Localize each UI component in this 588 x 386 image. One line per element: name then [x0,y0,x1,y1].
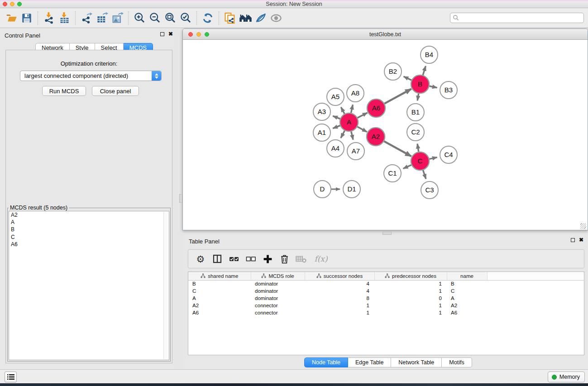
zoom-out-icon[interactable] [147,10,163,26]
graph-edge-A-A7[interactable] [351,131,353,139]
table-row[interactable]: A2connector11A2 [188,302,584,309]
cell-successor-nodes[interactable]: 4 [305,280,374,287]
unselect-all-icon[interactable] [244,252,258,266]
graph-node-A3[interactable]: A3 [313,103,330,120]
graph-node-A1[interactable]: A1 [313,124,330,141]
graph-edge-B-B2[interactable] [404,76,411,80]
cell-predecessor-nodes[interactable]: 1 [374,280,447,287]
zoom-in-icon[interactable] [132,10,147,26]
graph-edge-C-C1[interactable] [403,165,411,169]
float-panel-icon[interactable] [160,32,164,36]
cell-shared-name[interactable]: C [188,287,251,295]
close-table-panel-icon[interactable]: ✖ [579,238,583,242]
create-column-icon[interactable] [261,252,274,266]
home-icon[interactable] [238,10,253,26]
cell-MCDS-role[interactable]: dominator [251,280,305,287]
table-row[interactable]: Cdominator41C [188,287,584,295]
delete-column-icon[interactable] [277,252,291,266]
result-scrollbar[interactable] [163,212,168,359]
graph-node-D1[interactable]: D1 [343,181,360,198]
table-row[interactable]: A6connector11A6 [188,309,584,316]
tab-network-table[interactable]: Network Table [391,357,442,367]
graph-edge-A-A5[interactable] [341,107,344,114]
cell-successor-nodes[interactable]: 1 [305,309,374,316]
graph-node-C2[interactable]: C2 [407,124,424,141]
cell-shared-name[interactable]: A6 [188,309,251,316]
graph-edge-C-C2[interactable] [417,144,419,152]
mcds-result-item[interactable]: A [9,219,169,226]
cell-name[interactable]: A2 [447,302,487,309]
graph-node-B1[interactable]: B1 [407,104,424,121]
export-network-icon[interactable] [79,10,94,26]
graph-node-B3[interactable]: B3 [440,81,457,99]
cell-predecessor-nodes[interactable]: 1 [374,287,447,295]
cell-name[interactable]: A6 [447,309,487,316]
show-graphics-details-icon[interactable] [268,10,284,26]
graph-edge-A-A4[interactable] [341,131,345,138]
graph-node-A2[interactable]: A2 [367,128,385,146]
graph-node-A8[interactable]: A8 [347,85,364,102]
cell-MCDS-role[interactable]: connector [251,302,305,309]
cell-MCDS-role[interactable]: dominator [251,287,305,295]
window-resize-grip[interactable] [580,223,586,229]
node-table[interactable]: shared nameMCDS rolesuccessor nodesprede… [188,272,584,355]
splitter-handle-horizontal[interactable] [382,232,392,235]
cell-shared-name[interactable]: B [188,280,251,287]
mcds-result-item[interactable]: B [9,226,169,233]
cell-shared-name[interactable]: A2 [188,302,251,309]
graph-node-C3[interactable]: C3 [421,181,438,199]
graph-node-A7[interactable]: A7 [347,143,364,160]
import-network-icon[interactable] [41,10,57,26]
cell-name[interactable]: A [447,295,487,302]
show-columns-icon[interactable] [210,252,224,266]
column-header-successor-nodes[interactable]: successor nodes [305,272,374,280]
cell-successor-nodes[interactable]: 4 [305,287,374,295]
mcds-result-list[interactable]: A2ABCA6 [9,211,169,360]
graph-node-C[interactable]: C [411,152,429,170]
graph-node-B4[interactable]: B4 [421,46,438,63]
graph-node-A4[interactable]: A4 [327,140,344,157]
select-all-icon[interactable] [227,252,241,266]
cell-predecessor-nodes[interactable]: 1 [374,309,447,316]
column-header-name[interactable]: name [447,272,487,280]
zoom-fit-icon[interactable] [163,10,178,26]
delete-table-icon[interactable] [294,252,308,266]
tab-edge-table[interactable]: Edge Table [348,357,391,367]
table-row[interactable]: Bdominator41B [188,280,584,287]
export-image-icon[interactable] [110,10,125,26]
clone-network-icon[interactable] [222,10,238,26]
graph-edge-B-B1[interactable] [417,94,419,101]
table-options-gear-icon[interactable]: ⚙ [194,252,207,266]
open-session-icon[interactable] [4,10,19,26]
run-mcds-button[interactable]: Run MCDS [42,86,86,96]
network-window-titlebar[interactable]: testGlobe.txt [183,29,588,40]
column-header-predecessor-nodes[interactable]: predecessor nodes [374,272,447,280]
column-header-MCDS-role[interactable]: MCDS role [251,272,305,280]
search-input[interactable] [450,13,584,23]
graph-edge-C-C3[interactable] [423,170,426,179]
import-table-icon[interactable] [57,10,72,26]
tab-node-table[interactable]: Node Table [304,357,348,367]
export-table-icon[interactable] [94,10,110,26]
graph-edge-A6-B[interactable] [384,89,411,104]
save-session-icon[interactable] [19,10,34,26]
task-history-button[interactable] [5,372,17,382]
cell-MCDS-role[interactable]: connector [251,309,305,316]
cell-name[interactable]: C [447,287,487,295]
mcds-result-item[interactable]: C [9,234,169,241]
network-graph[interactable]: B4B2BB3A8A5A6A3B1AC2A1A2A4A7C4CC1C3DD1 [183,40,588,230]
graph-node-C4[interactable]: C4 [440,146,457,163]
mcds-result-item[interactable]: A2 [9,211,169,219]
zoom-selected-icon[interactable] [178,10,193,26]
criterion-select[interactable]: largest connected component (directed) [20,71,162,81]
function-builder-icon[interactable]: f(x) [311,252,331,266]
graph-edge-A-A8[interactable] [351,105,353,113]
cell-predecessor-nodes[interactable]: 0 [374,295,447,302]
close-panel-button[interactable]: Close panel [92,86,139,96]
cell-shared-name[interactable]: A [188,295,251,302]
splitter-handle-vertical[interactable] [179,194,182,203]
tab-motifs[interactable]: Motifs [442,357,472,367]
style-preview-icon[interactable] [253,10,268,26]
mcds-result-item[interactable]: A6 [9,241,169,248]
cell-name[interactable]: B [447,280,487,287]
